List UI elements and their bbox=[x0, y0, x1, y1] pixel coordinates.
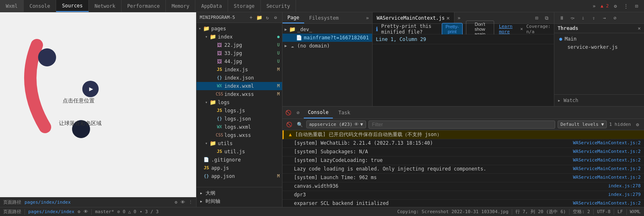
console-source-link[interactable]: index.js:279 bbox=[608, 192, 641, 197]
tab-console[interactable]: Console bbox=[24, 0, 56, 12]
tree-item-appjs[interactable]: JS app.js bbox=[197, 164, 282, 172]
watch-header[interactable]: ▸ Watch bbox=[554, 96, 644, 105]
folder-icon: 📁 bbox=[210, 33, 216, 41]
tree-item-indexjs[interactable]: JS index.js M bbox=[197, 66, 282, 74]
tree-item-33jpg[interactable]: 🖼 33.jpg U bbox=[197, 49, 282, 57]
step-button[interactable]: → bbox=[600, 14, 608, 22]
outline-section[interactable]: ▸ 大纲 bbox=[197, 189, 282, 197]
clear-console-icon[interactable]: 🚫 bbox=[284, 109, 292, 117]
console-source-link[interactable]: WAServiceMainContext.js:2 bbox=[573, 166, 641, 171]
tree-item-logswxml[interactable]: WX logs.wxml bbox=[197, 123, 282, 131]
tree-item-indexwxml[interactable]: WX index.wxml M bbox=[197, 82, 282, 90]
dock-icon[interactable]: ⊡ bbox=[633, 2, 641, 10]
console-source-link[interactable]: WAServiceMainContext.js:2 bbox=[573, 175, 641, 180]
threads-title-label: Threads bbox=[558, 25, 578, 31]
step-into-button[interactable]: ⇩ bbox=[579, 14, 587, 22]
tab-storage[interactable]: Storage bbox=[228, 0, 261, 12]
tree-item-44jpg[interactable]: 🖼 44.jpg U bbox=[197, 57, 282, 66]
tab-sources[interactable]: Sources bbox=[56, 0, 89, 12]
nav-item-mainframe[interactable]: 📄 mainframe?t=1667182601 bbox=[282, 34, 372, 42]
preview-more-icon[interactable]: ⋮ bbox=[188, 200, 193, 205]
step-over-button[interactable]: ⤼ bbox=[568, 14, 576, 22]
threads-close-icon[interactable]: ✕ bbox=[638, 25, 641, 31]
status-pages: • 3 / 3 bbox=[140, 209, 158, 214]
console-filter-icon[interactable]: ⊘ bbox=[294, 109, 302, 117]
tree-item-logsjson[interactable]: {} logs.json bbox=[197, 115, 282, 123]
nav-tabs-more[interactable]: » bbox=[363, 15, 372, 21]
console-tab-btn[interactable]: Console bbox=[304, 107, 333, 118]
tab-memory[interactable]: Memory bbox=[166, 0, 195, 12]
status-settings-icon[interactable]: ⚙ bbox=[78, 209, 81, 214]
pause-button[interactable]: ⏸ bbox=[558, 14, 566, 22]
timeline-section[interactable]: ▸ 时间轴 bbox=[197, 197, 282, 205]
split-icon[interactable]: ⧉ bbox=[542, 14, 551, 22]
tree-item-gitignore[interactable]: 📄 .gitignore bbox=[197, 156, 282, 164]
tab-wxml[interactable]: Wxml bbox=[0, 0, 24, 12]
jpg-icon: 🖼 bbox=[216, 49, 223, 57]
more-options-icon[interactable]: ⋮ bbox=[622, 2, 630, 10]
preview-eye-icon[interactable]: 👁 bbox=[181, 200, 185, 205]
nav-tree: ▶ 📁 _dev_ 📄 mainframe?t=1667182601 bbox=[282, 24, 372, 106]
threads-header: ⏸ ⤼ ⇩ ⇧ → ⊘ bbox=[554, 12, 644, 24]
filter-ban-icon[interactable]: 🚫 bbox=[285, 121, 293, 129]
tab-performance[interactable]: Performance bbox=[122, 0, 166, 12]
tree-item-22jpg[interactable]: 🖼 22.jpg U bbox=[197, 41, 282, 49]
console-source-link[interactable]: index.js:278 bbox=[608, 183, 641, 189]
pretty-print-bar: ℹ Pretty-print this minified file? Prett… bbox=[373, 24, 554, 34]
filter-search-icon[interactable]: 🔍 bbox=[296, 121, 304, 129]
filter-bar: 🚫 🔍 appservice (#23) 👁 ▼ Default levels … bbox=[282, 119, 644, 130]
learn-more-link[interactable]: Learn more bbox=[499, 24, 515, 34]
app-preview[interactable]: ▶ 点击任意位置 让球落在彩色区域 bbox=[0, 12, 196, 197]
more-tabs-button[interactable]: » bbox=[590, 2, 598, 10]
console-settings-icon[interactable]: ⚙ bbox=[633, 121, 642, 129]
tree-item-logsjs[interactable]: JS logs.js bbox=[197, 107, 282, 115]
collapse-icon[interactable]: ⊖ bbox=[272, 14, 279, 21]
refresh-icon[interactable]: ↻ bbox=[264, 14, 271, 21]
console-source-link[interactable]: WAServiceMainContext.js:2 bbox=[573, 149, 641, 154]
nav-tab-page[interactable]: Page bbox=[282, 12, 304, 23]
status-eye-icon[interactable]: 👁 bbox=[84, 209, 88, 214]
tree-item-logswxss[interactable]: CSS logs.wxss bbox=[197, 131, 282, 139]
task-tab-btn[interactable]: Task bbox=[334, 107, 355, 118]
chevron-down-icon: ▾ bbox=[203, 98, 210, 107]
nav-item-dev[interactable]: ▶ 📁 _dev_ bbox=[282, 25, 372, 34]
tree-item-indexjson[interactable]: {} index.json bbox=[197, 74, 282, 82]
console-source-link[interactable]: WAServiceMainContext.js:2 bbox=[573, 140, 641, 146]
tree-item-appjson[interactable]: {} app.json M bbox=[197, 172, 282, 180]
tree-item-utiljs[interactable]: JS util.js bbox=[197, 148, 282, 156]
status-page-path[interactable]: pages/index/index bbox=[28, 209, 75, 214]
new-folder-icon[interactable]: 📁 bbox=[256, 14, 262, 21]
tab-close-icon[interactable]: × bbox=[446, 15, 450, 21]
pretty-print-button[interactable]: Pretty-print bbox=[442, 23, 463, 35]
tree-item-utils[interactable]: ▾ 📁 utils bbox=[197, 139, 282, 148]
filter-input[interactable] bbox=[368, 121, 555, 129]
more-file-tabs[interactable]: » bbox=[454, 15, 464, 21]
play-button[interactable]: ▶ bbox=[82, 81, 99, 97]
format-icon[interactable]: ⊡ bbox=[533, 14, 541, 22]
tab-network[interactable]: Network bbox=[89, 0, 122, 12]
nav-tab-filesystem[interactable]: Filesystem bbox=[304, 12, 343, 23]
tab-security[interactable]: Security bbox=[261, 0, 296, 12]
thread-item-main[interactable]: ● Main bbox=[554, 35, 644, 43]
console-source-link[interactable]: WAServiceMainContext.js:2 bbox=[573, 200, 641, 206]
filter-context-selector[interactable]: appservice (#23) 👁 ▼ bbox=[306, 121, 366, 128]
preview-settings-icon[interactable]: ⚙ bbox=[174, 200, 177, 205]
tab-appdata[interactable]: AppData bbox=[195, 0, 228, 12]
close-info-icon[interactable]: ✕ bbox=[520, 26, 523, 32]
settings-icon[interactable]: ⚙ bbox=[611, 2, 619, 10]
thread-item-service-worker[interactable]: service-worker.js bbox=[554, 43, 644, 51]
filter-levels-selector[interactable]: Default levels ▼ bbox=[558, 121, 607, 128]
file-tab-waservice[interactable]: WAServiceMainContext.js × bbox=[373, 12, 454, 23]
console-line-launch: [system] Launch Time: 962 ms WAServiceMa… bbox=[282, 174, 644, 182]
tree-item-logs[interactable]: ▾ 📁 logs bbox=[197, 98, 282, 107]
tree-item-indexwxss[interactable]: CSS index.wxss M bbox=[197, 90, 282, 98]
error-badge[interactable]: ▲ 2 bbox=[601, 2, 609, 10]
new-file-icon[interactable]: + bbox=[248, 14, 254, 21]
nav-item-nodomain[interactable]: ▶ ☁ (no domain) bbox=[282, 42, 372, 50]
deactivate-button[interactable]: ⊘ bbox=[611, 14, 619, 22]
tree-item-pages[interactable]: ▾ 📁 pages bbox=[197, 25, 282, 33]
console-source-link[interactable]: WAServiceMainContext.js:2 bbox=[573, 157, 641, 163]
step-out-button[interactable]: ⇧ bbox=[590, 14, 598, 22]
tree-item-index[interactable]: ▾ 📁 index ● bbox=[197, 33, 282, 41]
status-line-col: 行 7, 列 20 (选中 6) bbox=[515, 209, 566, 215]
